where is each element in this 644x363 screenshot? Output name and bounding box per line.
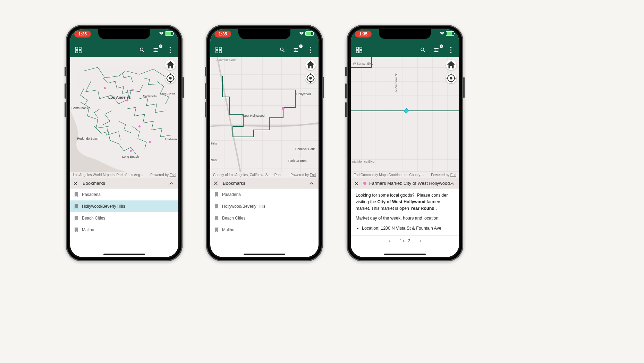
map-home-button[interactable] xyxy=(165,60,176,70)
svg-rect-19 xyxy=(216,47,218,49)
svg-point-16 xyxy=(132,89,134,91)
svg-point-11 xyxy=(104,87,106,89)
map-canvas[interactable]: Los Angeles Santa Monica Redondo Beach L… xyxy=(70,57,178,178)
bookmark-item[interactable]: Malibu xyxy=(210,224,319,236)
apps-grid-icon[interactable] xyxy=(214,46,223,54)
map-label: Anaheim xyxy=(164,138,177,141)
map-canvas[interactable]: CANYON PARK West Hollywood Hollywood Han… xyxy=(210,57,319,178)
map-canvas[interactable]: W Sunset Blvd N Gardner St nta Monica Bl… xyxy=(351,57,459,178)
bookmark-item[interactable]: Malibu xyxy=(70,224,178,236)
chevron-up-icon[interactable] xyxy=(169,181,175,186)
feature-detail-body: Looking for some local goods?! Please co… xyxy=(351,189,459,235)
filter-icon[interactable]: 1 xyxy=(292,46,300,54)
svg-point-23 xyxy=(297,48,298,49)
filter-icon[interactable]: 1 xyxy=(433,46,441,54)
panel-title: Bookmarks xyxy=(83,181,169,186)
svg-point-25 xyxy=(296,51,297,52)
overflow-menu-icon[interactable] xyxy=(447,46,455,54)
bookmarks-list: Pasadena Hollywood/Beverly Hills Beach C… xyxy=(70,189,178,236)
apps-grid-icon[interactable] xyxy=(355,46,363,54)
svg-rect-21 xyxy=(216,51,218,53)
svg-point-7 xyxy=(169,47,171,48)
svg-point-24 xyxy=(295,50,296,51)
svg-point-59 xyxy=(450,47,451,48)
svg-point-17 xyxy=(169,77,172,80)
bookmarks-header[interactable]: Bookmarks xyxy=(210,178,319,189)
close-icon[interactable] xyxy=(74,181,79,185)
search-icon[interactable] xyxy=(138,46,146,54)
detail-location: Location: 1200 N Vista St & Fountain Ave xyxy=(362,225,454,232)
wifi-icon xyxy=(159,32,164,35)
filter-badge: 1 xyxy=(159,44,162,48)
home-indicator xyxy=(384,254,426,255)
status-time: 1:35 xyxy=(355,31,372,38)
map-label: West Covina xyxy=(160,92,176,95)
bookmark-item[interactable]: Pasadena xyxy=(210,189,319,200)
status-time: 1:35 xyxy=(74,31,91,38)
svg-rect-53 xyxy=(360,47,362,49)
svg-point-12 xyxy=(126,99,128,101)
status-bar: 1:35 xyxy=(351,31,459,39)
chevron-up-icon[interactable] xyxy=(310,181,315,186)
bookmark-item[interactable]: Beach Cities xyxy=(70,212,178,224)
overflow-menu-icon[interactable] xyxy=(306,46,314,54)
svg-text:Hills: Hills xyxy=(211,142,217,145)
close-icon[interactable] xyxy=(354,181,360,185)
svg-point-13 xyxy=(138,125,141,127)
bookmark-item[interactable]: Beach Cities xyxy=(210,212,319,224)
svg-rect-55 xyxy=(360,51,362,53)
bookmark-item[interactable]: Pasadena xyxy=(70,189,178,200)
svg-text:Sant: Sant xyxy=(211,158,218,162)
svg-rect-22 xyxy=(219,51,221,53)
home-indicator xyxy=(244,254,285,255)
map-label: Santa Monica xyxy=(71,106,91,110)
svg-point-60 xyxy=(450,49,451,51)
wifi-icon xyxy=(299,32,304,35)
wifi-icon xyxy=(440,32,444,35)
chevron-up-icon[interactable] xyxy=(450,181,456,186)
svg-text:W Sunset Blvd: W Sunset Blvd xyxy=(353,62,373,65)
svg-rect-1 xyxy=(79,47,81,49)
svg-rect-2 xyxy=(76,51,78,53)
detail-subhead: Market day of the week, hours and locati… xyxy=(356,215,454,222)
apps-grid-icon[interactable] xyxy=(74,46,83,54)
panel-title: Farmers Market: City of West Hollywood xyxy=(369,181,450,186)
bookmark-item[interactable]: Hollywood/Beverly Hills xyxy=(210,200,319,212)
svg-point-8 xyxy=(169,49,171,51)
map-locate-button[interactable] xyxy=(305,73,316,83)
map-home-button[interactable] xyxy=(305,60,316,70)
battery-icon xyxy=(305,31,314,36)
search-icon[interactable] xyxy=(278,46,287,54)
svg-point-50 xyxy=(309,77,312,80)
bookmarks-header[interactable]: Bookmarks xyxy=(70,178,178,189)
svg-point-42 xyxy=(282,107,285,110)
map-locate-button[interactable] xyxy=(446,73,456,83)
svg-point-58 xyxy=(437,51,438,52)
feature-detail-header[interactable]: Farmers Market: City of West Hollywood xyxy=(351,178,459,189)
bookmark-item[interactable]: Hollywood/Beverly Hills xyxy=(70,200,178,212)
map-locate-button[interactable] xyxy=(165,73,176,83)
svg-point-15 xyxy=(149,141,151,143)
map-attribution: County of Los Angeles, California State … xyxy=(210,172,319,178)
map-label: Long Beach xyxy=(122,155,139,158)
svg-text:CANYON PARK: CANYON PARK xyxy=(217,59,236,61)
map-home-button[interactable] xyxy=(446,60,456,70)
phone-mockup-2: 1:35 1 xyxy=(206,25,323,261)
close-icon[interactable] xyxy=(214,181,219,185)
svg-point-80 xyxy=(450,77,452,80)
filter-icon[interactable]: 1 xyxy=(152,46,160,54)
map-attribution: Esri Community Maps Contributors, County… xyxy=(351,172,459,178)
map-label: Montebello xyxy=(143,94,157,98)
home-indicator xyxy=(103,254,145,255)
svg-rect-54 xyxy=(356,51,358,53)
status-bar: 1:35 xyxy=(210,31,319,39)
svg-rect-20 xyxy=(219,47,221,49)
svg-point-4 xyxy=(157,48,158,49)
search-icon[interactable] xyxy=(419,46,427,54)
pager-prev[interactable]: ‹ xyxy=(389,238,390,243)
svg-text:N Gardner St: N Gardner St xyxy=(395,73,398,92)
battery-icon xyxy=(446,31,454,36)
overflow-menu-icon[interactable] xyxy=(166,46,174,54)
attribution-text: Los Angeles World Airports, Port of Los … xyxy=(73,173,143,177)
pager-next[interactable]: › xyxy=(420,238,421,243)
